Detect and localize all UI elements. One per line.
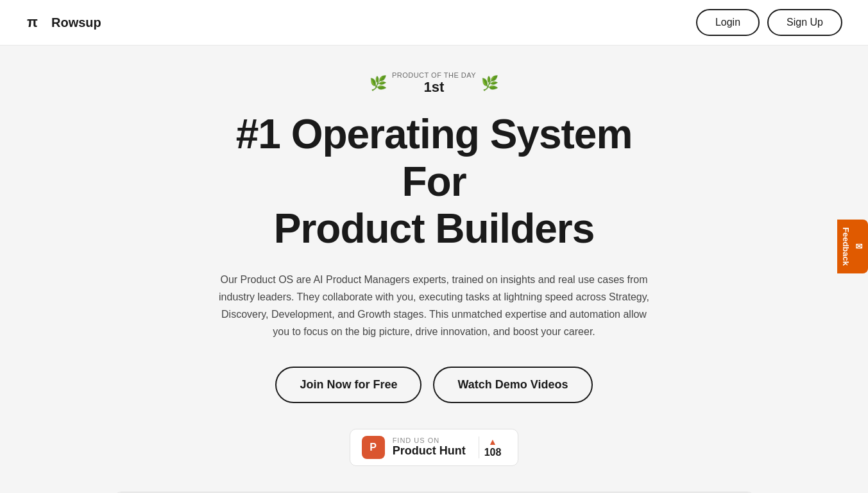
product-hunt-badge[interactable]: P FIND US ON Product Hunt ▲ 108 — [350, 429, 519, 466]
login-button[interactable]: Login — [696, 9, 760, 36]
ph-find-label: FIND US ON — [393, 437, 466, 444]
ph-vote-count: 108 — [484, 447, 502, 458]
header-buttons: Login Sign Up — [696, 9, 842, 36]
product-hunt-logo: P — [362, 436, 385, 459]
join-now-button[interactable]: Join Now for Free — [275, 367, 421, 403]
feedback-label: Feedback — [841, 227, 851, 266]
hero-description: Our Product OS are AI Product Managers e… — [216, 271, 652, 341]
logo-text: Rowsup — [51, 15, 101, 30]
svg-text:π: π — [27, 14, 38, 30]
signup-button[interactable]: Sign Up — [767, 9, 842, 36]
heading-line1: #1 Operating System For — [236, 111, 633, 205]
product-of-day-badge: 🌿 Product of the day 1st 🌿 — [370, 71, 498, 96]
badge-label: Product of the day — [392, 71, 476, 79]
heading-line2: Product Builders — [274, 205, 595, 252]
ph-upvote-icon: ▲ — [488, 437, 497, 447]
rowsup-logo-icon: π — [26, 13, 45, 32]
main-heading: #1 Operating System For Product Builders — [210, 111, 659, 253]
badge-text: Product of the day 1st — [392, 71, 476, 96]
ph-logo-letter: P — [370, 442, 377, 453]
feedback-tab-inner: Feedback ✉ — [841, 227, 864, 266]
badge-rank: 1st — [392, 79, 476, 96]
main-content: 🌿 Product of the day 1st 🌿 #1 Operating … — [0, 46, 868, 493]
ph-name: Product Hunt — [393, 444, 466, 458]
laurel-right-icon: 🌿 — [481, 75, 498, 92]
ph-text: FIND US ON Product Hunt — [393, 437, 466, 458]
ph-votes: ▲ 108 — [479, 437, 507, 458]
feedback-tab[interactable]: Feedback ✉ — [837, 220, 868, 273]
cta-buttons: Join Now for Free Watch Demo Videos — [275, 367, 592, 403]
header: π Rowsup Login Sign Up — [0, 0, 868, 46]
feedback-icon: ✉ — [855, 241, 864, 251]
laurel-left-icon: 🌿 — [370, 75, 387, 92]
logo-area: π Rowsup — [26, 13, 101, 32]
watch-demo-button[interactable]: Watch Demo Videos — [433, 367, 592, 403]
